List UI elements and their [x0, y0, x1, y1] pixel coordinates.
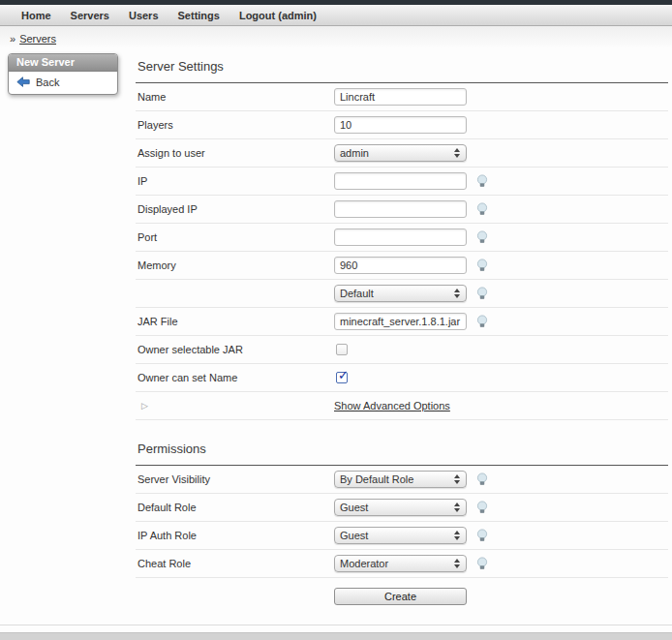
default-role-value: Guest [340, 502, 454, 513]
bulb-icon[interactable] [475, 174, 489, 189]
bulb-icon[interactable] [475, 287, 489, 301]
updown-arrows-icon [454, 503, 461, 512]
arrow-left-icon [16, 76, 30, 88]
jar-preset-select[interactable]: Default [334, 285, 467, 302]
sidebar-panel: New Server Back [8, 53, 118, 95]
displayed-ip-input[interactable] [334, 200, 467, 218]
bulb-icon[interactable] [475, 501, 489, 515]
owner-selectable-jar-checkbox[interactable] [336, 344, 348, 355]
port-label: Port [136, 231, 334, 243]
server-visibility-row: Server Visibility By Default Role [136, 466, 668, 494]
nav-item-home[interactable]: Home [12, 10, 61, 21]
assign-user-value: admin [340, 147, 454, 159]
server-visibility-value: By Default Role [340, 473, 454, 485]
owner-selectable-jar-label: Owner selectable JAR [136, 344, 334, 355]
advanced-options-row: ▷ Show Advanced Options [136, 392, 668, 420]
bulb-icon[interactable] [475, 230, 489, 245]
updown-arrows-icon [454, 148, 461, 158]
owner-can-set-name-checkbox[interactable] [336, 372, 348, 383]
default-role-select[interactable]: Guest [334, 499, 467, 516]
nav-item-settings[interactable]: Settings [168, 10, 229, 21]
back-label: Back [36, 76, 59, 88]
jar-file-label: JAR File [136, 316, 334, 327]
owner-can-set-name-label: Owner can set Name [136, 372, 334, 383]
bulb-icon[interactable] [475, 202, 489, 217]
bulb-icon[interactable] [475, 472, 489, 487]
assign-user-row: Assign to user admin [136, 139, 668, 168]
nav-item-servers[interactable]: Servers [61, 10, 119, 21]
breadcrumb: »Servers [0, 26, 672, 48]
ip-label: IP [136, 175, 334, 187]
players-input[interactable] [334, 116, 467, 134]
bulb-icon[interactable] [475, 315, 489, 329]
cheat-role-select[interactable]: Moderator [334, 555, 467, 572]
ip-auth-role-value: Guest [340, 530, 454, 541]
nav-item-logout[interactable]: Logout (admin) [229, 10, 326, 21]
assign-user-label: Assign to user [136, 147, 334, 159]
default-role-label: Default Role [136, 502, 334, 513]
memory-input[interactable] [334, 257, 467, 274]
back-button[interactable]: Back [9, 72, 117, 94]
ip-auth-role-select[interactable]: Guest [334, 527, 467, 544]
ip-auth-role-label: IP Auth Role [136, 530, 334, 541]
updown-arrows-icon [454, 289, 461, 298]
jar-preset-row: Default [136, 280, 668, 308]
displayed-ip-row: Displayed IP [136, 196, 668, 224]
port-input[interactable] [334, 229, 467, 246]
players-label: Players [136, 119, 334, 131]
name-label: Name [136, 91, 334, 103]
bulb-icon[interactable] [475, 557, 489, 571]
server-visibility-label: Server Visibility [136, 473, 334, 485]
jar-preset-value: Default [340, 288, 454, 299]
owner-selectable-jar-row: Owner selectable JAR [136, 336, 668, 364]
breadcrumb-servers-link[interactable]: Servers [19, 33, 56, 45]
triangle-right-icon[interactable]: ▷ [136, 401, 334, 411]
main-nav: Home Servers Users Settings Logout (admi… [0, 5, 672, 26]
memory-label: Memory [136, 259, 334, 271]
updown-arrows-icon [454, 474, 461, 484]
default-role-row: Default Role Guest [136, 494, 668, 522]
bottom-band [0, 632, 672, 640]
name-input[interactable] [334, 88, 467, 106]
create-button[interactable]: Create [334, 588, 467, 605]
name-row: Name [136, 83, 668, 111]
sidebar-title: New Server [9, 54, 117, 72]
ip-auth-role-row: IP Auth Role Guest [136, 522, 668, 550]
bulb-icon[interactable] [475, 259, 489, 273]
ip-row: IP [136, 168, 668, 196]
cheat-role-label: Cheat Role [136, 558, 334, 569]
port-row: Port [136, 224, 668, 252]
assign-user-select[interactable]: admin [334, 144, 467, 162]
jar-file-input[interactable] [334, 313, 467, 330]
permissions-title: Permissions [136, 433, 668, 466]
memory-row: Memory [136, 252, 668, 280]
ip-input[interactable] [334, 172, 467, 190]
owner-can-set-name-row: Owner can set Name [136, 364, 668, 392]
show-advanced-options-link[interactable]: Show Advanced Options [334, 400, 450, 411]
breadcrumb-symbol: » [10, 33, 15, 45]
updown-arrows-icon [454, 531, 461, 540]
jar-file-row: JAR File [136, 308, 668, 336]
bulb-icon[interactable] [475, 529, 489, 543]
cheat-role-row: Cheat Role Moderator [136, 550, 668, 578]
updown-arrows-icon [454, 559, 461, 568]
cheat-role-value: Moderator [340, 558, 454, 569]
nav-item-users[interactable]: Users [119, 10, 168, 21]
players-row: Players [136, 111, 668, 139]
server-visibility-select[interactable]: By Default Role [334, 471, 467, 488]
displayed-ip-label: Displayed IP [136, 203, 334, 215]
create-row: Create [136, 578, 668, 615]
server-settings-title: Server Settings [136, 50, 668, 83]
